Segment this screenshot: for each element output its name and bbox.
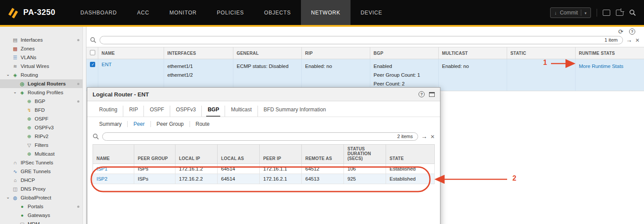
subtab-peer[interactable]: Peer xyxy=(127,121,150,127)
sidebar-item-filters[interactable]: ▽Filters xyxy=(0,141,82,149)
refresh-icon[interactable] xyxy=(618,28,623,36)
tab-ospfv3[interactable]: OSPFv3 xyxy=(170,106,201,117)
task-manager-icon[interactable] xyxy=(603,10,610,16)
sidebar-item-vlans[interactable]: ☰VLANs xyxy=(0,53,82,62)
search-input[interactable] xyxy=(100,37,605,43)
sidebar-item-portals[interactable]: ●Portals xyxy=(0,202,82,211)
dialog-titlebar[interactable]: Logical Router - ENT xyxy=(87,88,440,101)
sidebar-item-bgp[interactable]: ⊕BGP xyxy=(0,97,82,106)
sidebar-item-bfd[interactable]: ↯BFD xyxy=(0,106,82,114)
col-name[interactable]: NAME xyxy=(98,47,164,59)
save-config-icon[interactable] xyxy=(616,10,623,16)
tab-bgp[interactable]: BGP xyxy=(201,106,225,117)
sidebar-item-logical-routers[interactable]: ◎Logical Routers xyxy=(0,79,82,88)
col-peer-group[interactable]: PEER GROUP xyxy=(134,145,175,164)
more-runtime-stats-link[interactable]: More Runtime Stats xyxy=(579,64,624,69)
globalprotect-icon: ◍ xyxy=(12,195,18,201)
table-row[interactable]: ISP1 ISPs 172.16.1.2 64514 172.16.1.1 64… xyxy=(93,164,435,174)
table-row[interactable]: ENT ethernet1/1 ethernet1/2 ECMP status:… xyxy=(86,59,644,91)
cell-state: Established xyxy=(386,174,435,184)
sidebar-item-gre-tunnels[interactable]: ∿GRE Tunnels xyxy=(0,167,82,176)
sidebar-item-virtual-wires[interactable]: ≋Virtual Wires xyxy=(0,62,82,71)
nav-acc[interactable]: ACC xyxy=(127,0,159,25)
sidebar-item-label: Filters xyxy=(35,142,48,148)
apply-filter-icon[interactable] xyxy=(626,36,632,44)
col-state[interactable]: STATE xyxy=(386,145,435,164)
dialog-maximize-icon[interactable] xyxy=(429,92,435,97)
expander-icon[interactable] xyxy=(6,196,12,200)
item-count: 1 item xyxy=(605,37,618,43)
col-peer-ip[interactable]: PEER IP xyxy=(260,145,302,164)
col-runtime-stats[interactable]: RUNTIME STATS xyxy=(575,47,644,59)
sidebar-item-multicast[interactable]: ⊕Multicast xyxy=(0,149,82,158)
col-multicast[interactable]: MULTICAST xyxy=(438,47,507,59)
table-row[interactable]: ISP2 ISPs 172.16.2.2 64514 172.16.2.1 64… xyxy=(93,174,435,184)
dialog-search-input[interactable] xyxy=(103,134,397,139)
nav-monitor[interactable]: MONITOR xyxy=(159,0,207,25)
nav-policies[interactable]: POLICIES xyxy=(207,0,254,25)
sidebar-item-ipsec-tunnels[interactable]: ∩IPSec Tunnels xyxy=(0,158,82,167)
col-local-as[interactable]: LOCAL AS xyxy=(218,145,260,164)
multicast-icon: ⊕ xyxy=(26,151,32,157)
tab-bfd-summary[interactable]: BFD Summary Information xyxy=(258,106,332,117)
router-name-link[interactable]: ENT xyxy=(102,62,112,67)
sidebar-item-gateways[interactable]: ●Gateways xyxy=(0,211,82,220)
tab-rip[interactable]: RIP xyxy=(123,106,143,117)
cell-general: ECMP status: Disabled xyxy=(233,59,301,91)
global-search-icon[interactable] xyxy=(629,9,636,16)
peer-name-link[interactable]: ISP2 xyxy=(97,176,107,181)
filters-icon: ▽ xyxy=(26,142,32,148)
dialog-search-row: 2 items xyxy=(87,131,440,141)
search-icon xyxy=(93,133,99,140)
sidebar-item-ospf[interactable]: ⊕OSPF xyxy=(0,114,82,123)
sidebar-item-dns-proxy[interactable]: ◫DNS Proxy xyxy=(0,185,82,193)
cell-bgp: Enabled Peer Group Count: 1 Peer Count: … xyxy=(370,59,438,91)
sidebar-item-label: MDM xyxy=(28,221,39,224)
col-rip[interactable]: RIP xyxy=(301,47,370,59)
sidebar-item-ripv2[interactable]: ⊕RIPv2 xyxy=(0,132,82,141)
nav-dashboard[interactable]: DASHBOARD xyxy=(70,0,127,25)
nav-device[interactable]: DEVICE xyxy=(351,0,392,25)
header-separator xyxy=(597,9,597,17)
sidebar-scrollbar[interactable] xyxy=(82,27,86,224)
subtab-peer-group[interactable]: Peer Group xyxy=(150,121,190,127)
commit-label: Commit xyxy=(560,10,578,16)
commit-button[interactable]: Commit xyxy=(550,7,591,18)
col-bgp[interactable]: BGP xyxy=(370,47,438,59)
sidebar-item-routing[interactable]: ◈Routing xyxy=(0,71,82,79)
clear-filter-icon[interactable] xyxy=(430,132,435,140)
col-interfaces[interactable]: INTERFACES xyxy=(164,47,233,59)
col-status-duration[interactable]: STATUS DURATION (SECS) xyxy=(344,145,386,164)
sidebar-item-zones[interactable]: ▩Zones xyxy=(0,44,82,53)
sidebar-item-mdm[interactable]: ▢MDM xyxy=(0,220,82,224)
help-icon[interactable] xyxy=(629,28,635,35)
row-checkbox[interactable] xyxy=(90,62,95,67)
expander-icon[interactable] xyxy=(13,90,19,95)
col-static[interactable]: STATIC xyxy=(507,47,575,59)
col-name[interactable]: NAME xyxy=(93,145,134,164)
col-remote-as[interactable]: REMOTE AS xyxy=(302,145,344,164)
vlans-icon: ☰ xyxy=(12,55,18,60)
tab-multicast[interactable]: Multicast xyxy=(225,106,257,117)
subtab-summary[interactable]: Summary xyxy=(93,121,127,127)
peer-name-link[interactable]: ISP1 xyxy=(97,166,107,171)
expander-icon[interactable] xyxy=(6,73,12,78)
cell-local-as: 64514 xyxy=(218,164,260,174)
subtab-route[interactable]: Route xyxy=(190,121,215,127)
nav-network[interactable]: NETWORK xyxy=(301,0,351,25)
sidebar-item-routing-profiles[interactable]: ◈Routing Profiles xyxy=(0,88,82,97)
tab-ospf[interactable]: OSPF xyxy=(143,106,170,117)
sidebar-item-dhcp[interactable]: ⌂DHCP xyxy=(0,176,82,185)
nav-objects[interactable]: OBJECTS xyxy=(254,0,301,25)
clear-filter-icon[interactable] xyxy=(635,36,640,44)
sidebar-item-ospfv3[interactable]: ⊕OSPFv3 xyxy=(0,123,82,132)
col-local-ip[interactable]: LOCAL IP xyxy=(175,145,218,164)
col-general[interactable]: GENERAL xyxy=(233,47,301,59)
commit-caret-icon[interactable] xyxy=(581,10,587,16)
tab-routing[interactable]: Routing xyxy=(93,106,123,117)
apply-filter-icon[interactable] xyxy=(421,132,427,140)
dialog-help-icon[interactable] xyxy=(419,91,425,97)
select-all-checkbox[interactable] xyxy=(90,50,95,55)
sidebar-item-interfaces[interactable]: ▤Interfaces xyxy=(0,36,82,44)
sidebar-item-globalprotect[interactable]: ◍GlobalProtect xyxy=(0,193,82,202)
